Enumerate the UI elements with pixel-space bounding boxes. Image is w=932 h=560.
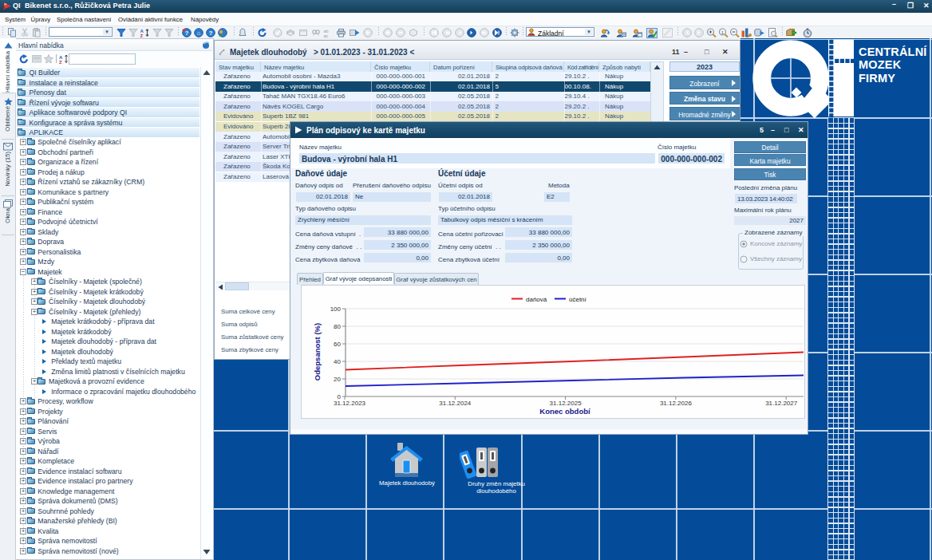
- svg-text:Z: Z: [140, 33, 144, 37]
- svg-text:⌂: ⌂: [197, 29, 201, 36]
- svg-text:31.12.2025: 31.12.2025: [550, 400, 582, 407]
- svg-text:60: 60: [334, 341, 341, 348]
- svg-text:31.12.2026: 31.12.2026: [660, 400, 693, 407]
- svg-text:ac: ac: [324, 33, 329, 37]
- svg-text:?: ?: [185, 29, 189, 36]
- svg-text:daňová: daňová: [526, 296, 547, 303]
- svg-text:?: ?: [209, 29, 213, 36]
- svg-text:31.12.2024: 31.12.2024: [439, 400, 472, 407]
- svg-text:80: 80: [334, 323, 341, 330]
- svg-text:100: 100: [330, 306, 342, 313]
- svg-text:31.12.2023: 31.12.2023: [334, 400, 366, 407]
- svg-text:40: 40: [334, 358, 341, 365]
- svg-text:Odepsanost (%): Odepsanost (%): [313, 323, 322, 381]
- svg-text:Konec období: Konec období: [539, 407, 590, 416]
- svg-text:Z: Z: [59, 60, 62, 65]
- svg-text:20: 20: [334, 376, 341, 383]
- svg-text:účetní: účetní: [569, 296, 587, 303]
- svg-text:31.12.2027: 31.12.2027: [765, 400, 798, 407]
